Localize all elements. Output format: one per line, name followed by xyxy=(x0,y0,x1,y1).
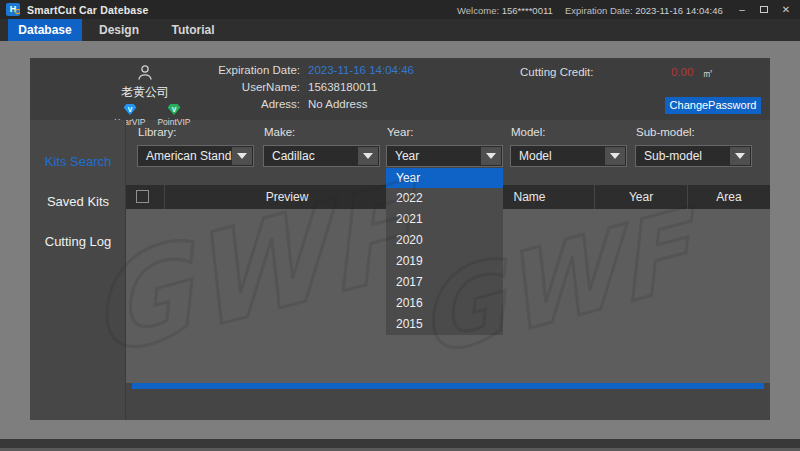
sidebar-item-saved-kits[interactable]: Saved Kits xyxy=(30,192,126,212)
cutting-credit-label: Cutting Credit: xyxy=(520,66,594,78)
submodel-filter-label: Sub-model: xyxy=(636,126,695,138)
chevron-down-icon xyxy=(610,153,620,159)
chevron-down-icon xyxy=(735,153,745,159)
acct-expiration-value: 2023-11-16 14:04:46 xyxy=(308,64,414,76)
app-logo-icon: H C xyxy=(6,3,20,16)
select-all-checkbox[interactable] xyxy=(136,190,149,203)
chevron-down-icon xyxy=(237,153,247,159)
acct-expiration-label: Expiration Date: xyxy=(218,64,300,76)
acct-address-label: Adress: xyxy=(261,98,300,110)
year-dropdown-list: Year 2022 2021 2020 2019 2017 2016 2015 xyxy=(386,168,503,335)
chevron-down-icon xyxy=(363,153,373,159)
horizontal-scrollbar[interactable] xyxy=(132,383,764,389)
model-filter-label: Model: xyxy=(511,126,546,138)
year-option[interactable]: 2019 xyxy=(386,251,503,272)
welcome-value: 156****0011 xyxy=(502,5,553,16)
cutting-credit-unit: ㎡ xyxy=(702,66,714,81)
model-select-arrow[interactable] xyxy=(605,147,625,165)
submodel-select-value: Sub-model xyxy=(644,149,702,163)
library-select-arrow[interactable] xyxy=(232,147,252,165)
year-option-selected[interactable]: Year xyxy=(386,168,503,188)
bottom-taskbar-strip xyxy=(0,439,800,451)
pointvip-gem-icon: V xyxy=(168,104,181,115)
maximize-button[interactable] xyxy=(758,0,770,19)
year-option[interactable]: 2016 xyxy=(386,293,503,314)
acct-username-value: 15638180011 xyxy=(308,81,378,93)
smartcut-app-window: { "window": { "title": "SmartCut Car Dat… xyxy=(0,0,800,451)
tab-bar: Database Design Tutorial xyxy=(0,19,800,41)
logo-c: C xyxy=(14,5,20,18)
account-username-row: UserName: 15638180011 xyxy=(180,81,510,97)
expiration-value: 2023-11-16 14:04:46 xyxy=(635,5,723,16)
sidebar-nav: Kits Search Saved Kits Cutting Log xyxy=(30,120,126,420)
year-select-arrow[interactable] xyxy=(481,147,501,165)
welcome-label: Welcome: xyxy=(457,5,499,16)
make-select-value: Cadillac xyxy=(272,149,315,163)
year-filter-label: Year: xyxy=(387,126,413,138)
year-option[interactable]: 2021 xyxy=(386,209,503,230)
year-option[interactable]: 2020 xyxy=(386,230,503,251)
year-select-value: Year xyxy=(395,149,419,163)
submodel-select-arrow[interactable] xyxy=(730,147,750,165)
app-title: SmartCut Car Datebase xyxy=(27,4,149,16)
year-option[interactable]: 2017 xyxy=(386,272,503,293)
sidebar-item-cutting-log[interactable]: Cutting Log xyxy=(30,232,126,252)
account-address-row: Adress: No Address xyxy=(180,98,510,114)
sidebar-item-kits-search[interactable]: Kits Search xyxy=(30,152,126,172)
select-all-cell xyxy=(126,185,165,209)
welcome-text: Welcome: 156****0011 xyxy=(457,5,553,16)
tab-tutorial[interactable]: Tutorial xyxy=(156,19,230,41)
model-select[interactable]: Model xyxy=(510,145,627,167)
title-bar: H C SmartCut Car Datebase Welcome: 156**… xyxy=(0,0,800,19)
year-select[interactable]: Year xyxy=(386,145,503,167)
acct-address-value: No Address xyxy=(308,98,367,110)
model-select-value: Model xyxy=(519,149,552,163)
library-filter-label: Library: xyxy=(138,126,176,138)
account-expiration-row: Expiration Date: 2023-11-16 14:04:46 xyxy=(180,64,510,80)
minimize-button[interactable]: – xyxy=(736,0,748,19)
library-select[interactable]: American Standard xyxy=(137,145,254,167)
tab-design[interactable]: Design xyxy=(82,19,156,41)
submodel-select[interactable]: Sub-model xyxy=(635,145,752,167)
cutting-credit-value: 0.00 xyxy=(671,66,693,78)
chevron-down-icon xyxy=(486,153,496,159)
user-info-panel: 老黄公司 V YearVIP V PointVIP Expiration Dat… xyxy=(30,58,770,120)
column-header-preview: Preview xyxy=(165,185,410,209)
close-button[interactable]: ✕ xyxy=(780,0,792,19)
tab-database[interactable]: Database xyxy=(8,19,82,41)
titlebar-expiration: Expiration Date: 2023-11-16 14:04:46 xyxy=(565,5,723,16)
expiration-label: Expiration Date: xyxy=(565,5,633,16)
change-password-button[interactable]: ChangePassword xyxy=(665,97,761,114)
column-header-year: Year xyxy=(595,185,688,209)
column-header-area: Area xyxy=(688,185,770,209)
year-option[interactable]: 2022 xyxy=(386,188,503,209)
window-controls: – ✕ xyxy=(736,0,792,19)
make-select[interactable]: Cadillac xyxy=(263,145,380,167)
yearvip-gem-icon: V xyxy=(124,104,137,115)
maximize-icon xyxy=(760,6,768,13)
acct-username-label: UserName: xyxy=(242,81,300,93)
make-select-arrow[interactable] xyxy=(358,147,378,165)
make-filter-label: Make: xyxy=(264,126,295,138)
main-panel: 老黄公司 V YearVIP V PointVIP Expiration Dat… xyxy=(30,58,770,420)
year-option[interactable]: 2015 xyxy=(386,314,503,335)
